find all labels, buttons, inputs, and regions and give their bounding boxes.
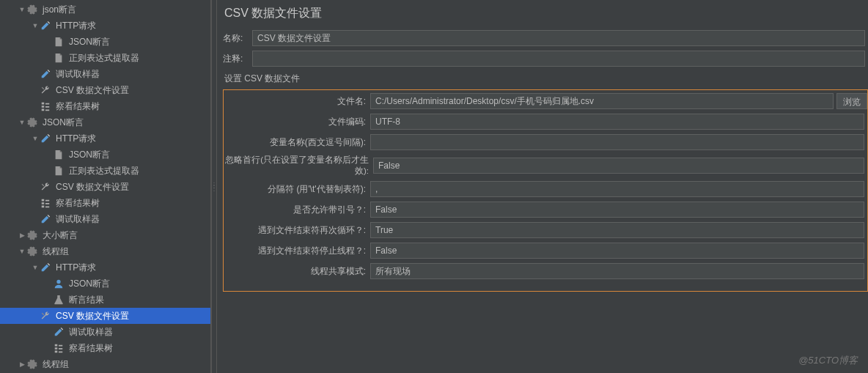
gear-icon: [26, 229, 38, 241]
tree-item[interactable]: ▶察看结果树: [0, 340, 210, 356]
tree-item-label: 察看结果树: [54, 100, 100, 113]
tree-item-label: CSV 数据文件设置: [54, 310, 129, 322]
tree-item[interactable]: ▼HTTP请求: [0, 18, 210, 34]
tree-item[interactable]: ▶CSV 数据文件设置: [0, 179, 210, 195]
pen-icon: [40, 262, 51, 273]
settings-label: 文件编码:: [224, 116, 370, 128]
settings-input[interactable]: [370, 114, 864, 130]
settings-input[interactable]: [373, 158, 864, 174]
comment-input[interactable]: [252, 51, 865, 67]
tree-item[interactable]: ▶察看结果树: [0, 98, 210, 114]
tree-item[interactable]: ▼json断言: [0, 1, 210, 18]
tree-item[interactable]: ▶断言结果: [0, 292, 210, 308]
settings-row: 变量名称(西文逗号间隔):: [224, 134, 867, 150]
settings-label: 忽略首行(只在设置了变量名称后才生效):: [224, 155, 373, 177]
pen-icon: [53, 326, 65, 338]
tree-item-label: CSV 数据文件设置: [54, 181, 129, 193]
tree-item-label: 正则表达式提取器: [67, 52, 139, 64]
settings-input[interactable]: [370, 181, 864, 197]
settings-input[interactable]: [370, 93, 834, 109]
tree-item[interactable]: ▶调试取样器: [0, 66, 210, 82]
pen-icon: [40, 213, 51, 225]
gear-icon: [26, 358, 38, 370]
chevron-down-icon[interactable]: ▼: [31, 264, 40, 271]
chevron-right-icon[interactable]: ▶: [18, 232, 26, 239]
tree-item[interactable]: ▶线程组: [0, 356, 210, 372]
chevron-down-icon[interactable]: ▼: [31, 135, 40, 142]
settings-row: 遇到文件结束符停止线程？:: [224, 243, 867, 259]
tree-item[interactable]: ▶CSV 数据文件设置: [0, 82, 210, 98]
tree-panel[interactable]: ▼json断言▼HTTP请求▶JSON断言▶正则表达式提取器▶调试取样器▶CSV…: [0, 0, 211, 373]
tree-item[interactable]: ▶调试取样器: [0, 324, 210, 340]
page-title: CSV 数据文件设置: [223, 6, 868, 21]
tree-item[interactable]: ▶调试取样器: [0, 211, 210, 227]
pen-icon: [40, 20, 51, 32]
tree-item-label: 调试取样器: [54, 213, 100, 226]
svg-point-0: [56, 280, 60, 284]
tree-icon: [40, 100, 51, 112]
chevron-down-icon[interactable]: ▼: [18, 6, 26, 13]
tree-item[interactable]: ▶CSV 数据文件设置: [0, 308, 210, 324]
settings-label: 是否允许带引号？:: [224, 204, 370, 216]
chevron-down-icon[interactable]: ▼: [18, 119, 26, 126]
tree-item-label: 调试取样器: [54, 68, 100, 81]
tree-item-label: 察看结果树: [54, 197, 100, 210]
settings-label: 文件名:: [224, 95, 370, 108]
tree-item[interactable]: ▼HTTP请求: [0, 259, 210, 276]
tree-item[interactable]: ▶大小断言: [0, 227, 210, 243]
settings-row: 是否允许带引号？:: [224, 202, 867, 218]
csv-settings-box: 文件名:浏览文件编码:变量名称(西文逗号间隔):忽略首行(只在设置了变量名称后才…: [223, 89, 868, 292]
settings-row: 分隔符 (用'\t'代替制表符):: [224, 181, 867, 197]
doc-icon: [53, 36, 65, 48]
gear-icon: [26, 245, 38, 257]
settings-label: 分隔符 (用'\t'代替制表符):: [224, 183, 370, 196]
wrench-icon: [40, 181, 51, 193]
tree-item[interactable]: ▼线程组: [0, 243, 210, 259]
settings-input[interactable]: [370, 222, 864, 238]
settings-input[interactable]: [370, 202, 864, 218]
name-label: 名称:: [223, 32, 252, 45]
settings-label: 遇到文件结束符再次循环？:: [224, 224, 370, 237]
browse-button[interactable]: 浏览: [836, 93, 867, 109]
chevron-down-icon[interactable]: ▼: [31, 22, 40, 29]
main-panel: CSV 数据文件设置 名称: 注释: 设置 CSV 数据文件 文件名:浏览文件编…: [217, 0, 868, 373]
settings-row: 遇到文件结束符再次循环？:: [224, 222, 867, 238]
tree-item[interactable]: ▼HTTP请求: [0, 130, 210, 147]
tree-item-label: 调试取样器: [67, 326, 113, 339]
tree-item-label: JSON断言: [67, 36, 110, 48]
settings-label: 变量名称(西文逗号间隔):: [224, 136, 370, 149]
tree-item-label: HTTP请求: [54, 262, 96, 274]
tree-item[interactable]: ▶察看结果树: [0, 195, 210, 211]
settings-label: 线程共享模式:: [224, 265, 370, 278]
settings-input[interactable]: [370, 243, 864, 259]
tree-item-label: JSON断言: [67, 278, 110, 290]
chevron-down-icon[interactable]: ▼: [18, 248, 26, 255]
chevron-right-icon[interactable]: ▶: [18, 361, 26, 368]
tree-item-label: 线程组: [41, 358, 69, 371]
beaker-icon: [53, 294, 65, 306]
gear-icon: [26, 4, 38, 15]
tree-icon: [40, 197, 51, 209]
tree-item[interactable]: ▶JSON断言: [0, 34, 210, 50]
tree-item-label: JSON断言: [67, 149, 110, 161]
name-input[interactable]: [252, 30, 865, 46]
tree-item[interactable]: ▶JSON断言: [0, 147, 210, 163]
settings-row: 文件编码:: [224, 114, 867, 130]
tree-item[interactable]: ▶正则表达式提取器: [0, 50, 210, 66]
splitter[interactable]: ⋮⋮: [211, 0, 217, 373]
doc-icon: [53, 149, 65, 160]
wrench-icon: [40, 84, 51, 96]
pen-icon: [40, 133, 51, 144]
tree-item-label: 察看结果树: [67, 342, 113, 355]
gear-icon: [26, 117, 38, 128]
settings-input[interactable]: [370, 263, 864, 279]
tree-item-label: CSV 数据文件设置: [54, 84, 129, 97]
tree-item[interactable]: ▶正则表达式提取器: [0, 163, 210, 179]
tree-icon: [53, 342, 65, 354]
tree-item-label: 正则表达式提取器: [67, 165, 139, 177]
settings-input[interactable]: [370, 134, 864, 150]
tree-item[interactable]: ▼JSON断言: [0, 114, 210, 130]
tree-item-label: HTTP请求: [54, 20, 96, 32]
doc-icon: [53, 165, 65, 177]
tree-item[interactable]: ▶JSON断言: [0, 276, 210, 292]
